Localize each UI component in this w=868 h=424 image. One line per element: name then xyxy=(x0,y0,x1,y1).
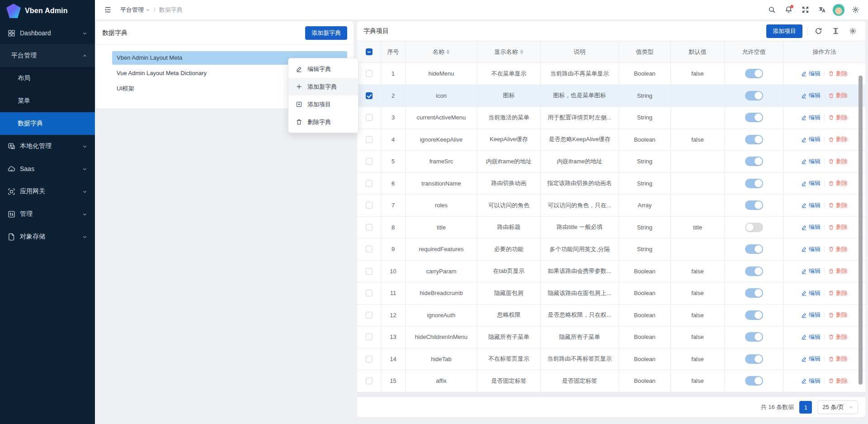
allow-empty-toggle[interactable] xyxy=(745,200,763,210)
page-size-select[interactable]: 25 条/页 xyxy=(817,400,858,414)
allow-empty-toggle[interactable] xyxy=(745,223,763,232)
edit-button[interactable]: 编辑 xyxy=(801,311,821,319)
edit-button[interactable]: 编辑 xyxy=(801,179,821,187)
horizontal-scrollbar[interactable] xyxy=(357,392,865,397)
edit-button[interactable]: 编辑 xyxy=(801,114,821,122)
row-checkbox[interactable] xyxy=(366,158,373,165)
refresh-icon[interactable] xyxy=(812,25,825,38)
add-dictionary-button[interactable]: 添加新字典 xyxy=(305,26,347,40)
delete-button[interactable]: 删除 xyxy=(828,157,848,166)
delete-button[interactable]: 删除 xyxy=(828,201,848,210)
row-checkbox[interactable] xyxy=(366,92,373,99)
sidebar-item[interactable]: 管理 xyxy=(0,203,95,225)
row-checkbox[interactable] xyxy=(366,70,373,77)
edit-button[interactable]: 编辑 xyxy=(801,245,821,253)
edit-button[interactable]: 编辑 xyxy=(801,91,821,100)
row-checkbox[interactable] xyxy=(366,246,373,252)
select-all-checkbox[interactable] xyxy=(366,48,373,55)
search-icon[interactable] xyxy=(765,4,778,16)
sort-icon[interactable] xyxy=(446,49,450,54)
avatar[interactable] xyxy=(832,4,845,16)
context-menu-item[interactable]: 删除字典 xyxy=(288,113,358,131)
edit-button[interactable]: 编辑 xyxy=(801,70,821,78)
context-menu-item[interactable]: 添加项目 xyxy=(288,95,358,113)
breadcrumb: 平台管理 / 数据字典 xyxy=(120,6,183,14)
delete-button[interactable]: 删除 xyxy=(828,355,848,363)
sidebar-item[interactable]: Dashboard xyxy=(0,22,95,44)
allow-empty-toggle[interactable] xyxy=(745,157,763,166)
context-menu-item[interactable]: 添加新字典 xyxy=(288,78,358,95)
row-checkbox[interactable] xyxy=(366,224,373,231)
delete-button[interactable]: 删除 xyxy=(828,267,848,275)
allow-empty-toggle[interactable] xyxy=(745,135,763,144)
sort-icon[interactable] xyxy=(520,49,524,54)
row-checkbox[interactable] xyxy=(366,333,373,340)
row-checkbox[interactable] xyxy=(366,356,373,362)
delete-button[interactable]: 删除 xyxy=(828,91,848,100)
delete-button[interactable]: 删除 xyxy=(828,377,848,385)
delete-button[interactable]: 删除 xyxy=(828,70,848,78)
allow-empty-toggle[interactable] xyxy=(745,288,763,298)
allow-empty-toggle[interactable] xyxy=(745,244,763,254)
row-checkbox[interactable] xyxy=(366,114,373,121)
page-1-button[interactable]: 1 xyxy=(799,401,812,414)
sidebar-item[interactable]: 应用网关 xyxy=(0,180,95,203)
allow-empty-toggle[interactable] xyxy=(745,332,763,342)
edit-button[interactable]: 编辑 xyxy=(801,333,821,341)
table-settings-gear-icon[interactable] xyxy=(846,25,859,38)
sidebar-item[interactable]: 菜单 xyxy=(0,90,95,112)
sidebar-item[interactable]: 布局 xyxy=(0,67,95,90)
col-header-name[interactable]: 名称 xyxy=(406,41,477,62)
edit-button[interactable]: 编辑 xyxy=(801,289,821,297)
delete-button[interactable]: 删除 xyxy=(828,179,848,187)
cell-name: hideTab xyxy=(406,348,477,370)
edit-button[interactable]: 编辑 xyxy=(801,355,821,363)
row-height-icon[interactable] xyxy=(829,25,842,38)
sidebar-item[interactable]: 对象存储 xyxy=(0,225,95,248)
edit-button[interactable]: 编辑 xyxy=(801,201,821,210)
edit-button[interactable]: 编辑 xyxy=(801,377,821,385)
allow-empty-toggle[interactable] xyxy=(745,91,763,100)
notification-bell-icon[interactable] xyxy=(782,4,795,16)
gear-icon[interactable] xyxy=(849,4,862,16)
add-item-button[interactable]: 添加项目 xyxy=(766,24,802,38)
row-checkbox[interactable] xyxy=(366,268,373,275)
col-header-display[interactable]: 显示名称 xyxy=(477,41,541,62)
sidebar-item[interactable]: 平台管理 xyxy=(0,44,95,67)
row-checkbox[interactable] xyxy=(366,136,373,143)
context-menu-item[interactable]: 编辑字典 xyxy=(288,60,358,78)
breadcrumb-level1[interactable]: 平台管理 xyxy=(120,6,150,14)
delete-button[interactable]: 删除 xyxy=(828,311,848,319)
delete-button[interactable]: 删除 xyxy=(828,135,848,143)
allow-empty-toggle[interactable] xyxy=(745,69,763,78)
allow-empty-toggle[interactable] xyxy=(745,310,763,320)
allow-empty-toggle[interactable] xyxy=(745,376,763,386)
edit-button[interactable]: 编辑 xyxy=(801,223,821,231)
vertical-scrollbar-thumb[interactable] xyxy=(859,76,863,385)
edit-button[interactable]: 编辑 xyxy=(801,267,821,275)
row-checkbox[interactable] xyxy=(366,290,373,296)
sidebar-item[interactable]: 数据字典 xyxy=(0,112,95,135)
collapse-sidebar-button[interactable] xyxy=(101,4,114,16)
language-icon[interactable] xyxy=(816,4,828,16)
delete-button[interactable]: 删除 xyxy=(828,333,848,341)
row-checkbox[interactable] xyxy=(366,202,373,209)
sidebar-item[interactable]: 本地化管理 xyxy=(0,135,95,157)
delete-button[interactable]: 删除 xyxy=(828,114,848,122)
fullscreen-icon[interactable] xyxy=(799,4,811,16)
row-checkbox[interactable] xyxy=(366,377,373,384)
delete-button[interactable]: 删除 xyxy=(828,223,848,231)
row-checkbox[interactable] xyxy=(366,312,373,319)
edit-button[interactable]: 编辑 xyxy=(801,157,821,166)
edit-button[interactable]: 编辑 xyxy=(801,135,821,143)
row-checkbox[interactable] xyxy=(366,180,373,187)
allow-empty-toggle[interactable] xyxy=(745,267,763,276)
allow-empty-toggle[interactable] xyxy=(745,113,763,122)
delete-button[interactable]: 删除 xyxy=(828,245,848,253)
delete-button[interactable]: 删除 xyxy=(828,289,848,297)
cell-default-value: false xyxy=(671,326,725,348)
allow-empty-toggle[interactable] xyxy=(745,354,763,364)
sidebar-item[interactable]: Saas xyxy=(0,157,95,180)
allow-empty-toggle[interactable] xyxy=(745,179,763,188)
logo[interactable]: Vben Admin xyxy=(0,0,95,22)
